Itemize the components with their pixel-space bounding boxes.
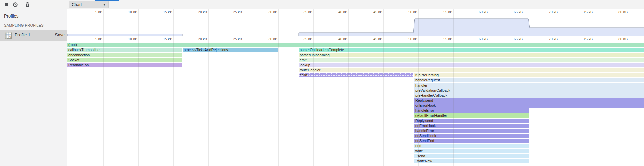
flame-bar[interactable]: handleRequest bbox=[414, 78, 644, 82]
profile-table-icon: % bbox=[5, 32, 12, 39]
profiles-heading: Profiles bbox=[4, 13, 18, 19]
flame-bar[interactable]: handler bbox=[414, 83, 644, 88]
flame-bar[interactable]: lookup bbox=[299, 63, 644, 67]
flame-bar[interactable]: processTicksAndRejections bbox=[183, 48, 278, 52]
sidebar-divider bbox=[67, 0, 67, 166]
trash-icon bbox=[25, 2, 30, 7]
view-mode-select[interactable]: Chart ▼ bbox=[69, 1, 109, 8]
flame-bar[interactable]: write_ bbox=[414, 149, 529, 153]
sidebar: Profiles SAMPLING PROFILES % Profile 1 S… bbox=[0, 9, 67, 166]
view-mode-label: Chart bbox=[69, 2, 82, 7]
flame-bar[interactable]: (root) bbox=[67, 43, 644, 47]
flame-bar[interactable]: onSendEnd bbox=[414, 139, 529, 143]
chart-pane: 5 kB10 kB15 kB20 kB25 kB30 kB35 kB40 kB4… bbox=[67, 9, 644, 166]
clear-icon bbox=[13, 2, 18, 7]
svg-text:%: % bbox=[9, 36, 11, 38]
flame-bar[interactable]: child bbox=[299, 73, 413, 77]
flame-bar[interactable]: defaultErrorHandler bbox=[414, 113, 529, 118]
flame-bar[interactable]: end bbox=[414, 144, 529, 148]
chevron-down-icon: ▼ bbox=[103, 3, 106, 6]
flame-bar[interactable]: Readable.on bbox=[67, 63, 182, 67]
flame-bar[interactable]: onErrorHook bbox=[414, 124, 529, 128]
clear-button[interactable] bbox=[11, 0, 20, 9]
flame-bar[interactable]: preHandlerCallback bbox=[414, 93, 644, 98]
active-tab-indicator bbox=[95, 0, 119, 1]
flame-bar[interactable]: Reply.send bbox=[414, 119, 529, 123]
overview-area[interactable] bbox=[299, 19, 644, 36]
flame-bar[interactable]: onconnection bbox=[67, 53, 182, 57]
flame-bar[interactable]: routeHandler bbox=[299, 68, 644, 72]
overview-timeline[interactable] bbox=[67, 9, 644, 36]
sampling-profiles-heading: SAMPLING PROFILES bbox=[4, 23, 44, 27]
flame-bar[interactable]: callbackTrampoline bbox=[67, 48, 182, 52]
flame-bar[interactable]: Socket bbox=[67, 58, 182, 62]
profile-name: Profile 1 bbox=[15, 33, 30, 37]
profiler-panel: Chart ▼ Profiles SAMPLING PROFILES % Pro… bbox=[0, 0, 644, 166]
flame-bar[interactable]: preValidationCallback bbox=[414, 88, 644, 93]
toolbar-separator bbox=[21, 2, 21, 7]
toolbar: Chart ▼ bbox=[0, 0, 644, 9]
record-icon bbox=[5, 3, 8, 6]
flame-bar[interactable]: runPreParsing bbox=[414, 73, 644, 77]
flame-bar[interactable]: parserOnHeadersComplete bbox=[299, 48, 644, 52]
flame-bar[interactable]: _writeRaw bbox=[414, 159, 529, 163]
flame-bar[interactable]: _send bbox=[414, 154, 529, 158]
toolbar-divider bbox=[67, 0, 67, 9]
record-button[interactable] bbox=[2, 0, 11, 9]
flame-bar[interactable]: handleError bbox=[414, 108, 529, 113]
profile-item[interactable]: % Profile 1 Save bbox=[0, 30, 67, 41]
flame-bar[interactable]: emit bbox=[299, 58, 644, 62]
save-link[interactable]: Save bbox=[55, 33, 65, 37]
overview-border bbox=[67, 36, 644, 36]
flame-bar[interactable]: onSendHook bbox=[414, 134, 529, 138]
flame-bar[interactable]: onErrorHook bbox=[414, 103, 644, 108]
flame-bar[interactable]: parserOnIncoming bbox=[299, 53, 644, 57]
delete-profile-button[interactable] bbox=[23, 0, 32, 9]
flame-bar[interactable]: Reply.send bbox=[414, 98, 644, 103]
flame-bar[interactable]: handleError bbox=[414, 129, 529, 133]
